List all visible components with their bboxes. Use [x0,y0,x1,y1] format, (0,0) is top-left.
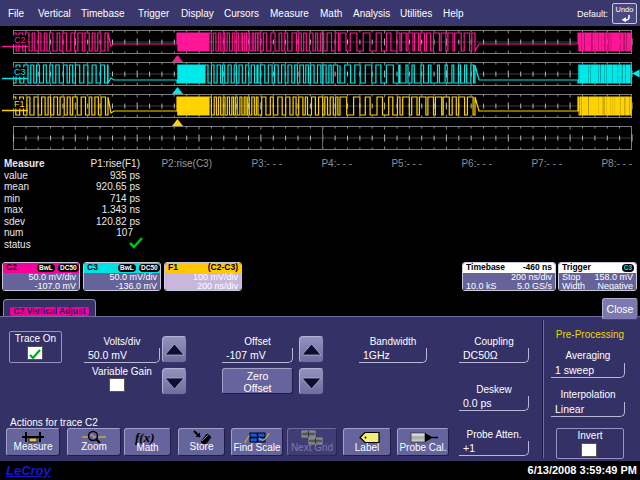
svg-text:C3: C3 [14,67,26,77]
svg-text:C2: C2 [14,35,26,45]
svg-text:F1: F1 [14,99,25,109]
